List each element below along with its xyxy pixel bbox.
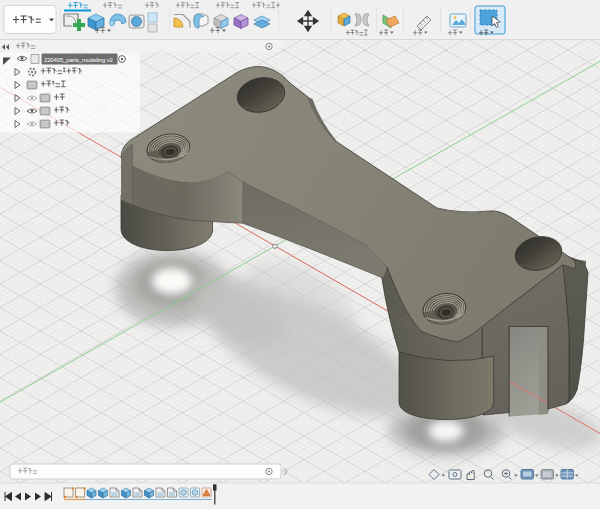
svg-text:220405_parts_modeling v2: 220405_parts_modeling v2 — [44, 57, 113, 63]
